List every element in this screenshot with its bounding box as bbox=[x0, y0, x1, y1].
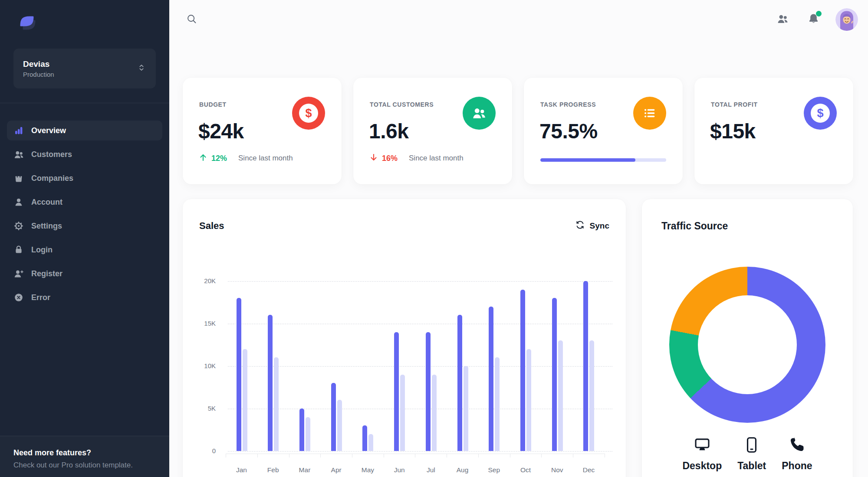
arrow-down-icon bbox=[369, 153, 378, 164]
x-axis-tick-label: Nov bbox=[542, 466, 573, 474]
sidebar-footer: Need more features? Check out our Pro so… bbox=[0, 436, 169, 477]
stat-value: 75.5% bbox=[539, 119, 598, 143]
sales-bar-this-year bbox=[489, 307, 493, 451]
x-axis-tick bbox=[541, 454, 542, 457]
sales-bar-this-year bbox=[237, 298, 241, 451]
sidebar-footer-heading: Need more features? bbox=[13, 448, 156, 457]
gridline bbox=[228, 281, 612, 282]
users-icon bbox=[13, 149, 24, 160]
sales-bar-last-year bbox=[306, 417, 310, 451]
donut-legend: Desktop Tablet Phone bbox=[642, 436, 853, 472]
search-button[interactable] bbox=[183, 10, 200, 29]
y-axis-tick-label: 10K bbox=[183, 362, 216, 369]
sales-bar-this-year bbox=[331, 383, 336, 451]
tablet-icon bbox=[743, 436, 761, 456]
workspace-selector[interactable]: Devias Production bbox=[13, 49, 156, 88]
x-axis-tick bbox=[226, 454, 226, 457]
stat-card-total-customers: TOTAL CUSTOMERS 1.6k 16% Since last mont… bbox=[353, 78, 512, 184]
sidebar-item-error[interactable]: Error bbox=[7, 288, 162, 307]
sales-bar-last-year bbox=[368, 434, 373, 451]
sales-bar-last-year bbox=[400, 375, 405, 451]
user-avatar[interactable] bbox=[835, 8, 858, 31]
stat-trend: 16% Since last month bbox=[369, 152, 464, 164]
legend-item-phone: Phone bbox=[782, 436, 812, 472]
sidebar-item-settings[interactable]: Settings bbox=[7, 216, 162, 236]
sidebar-nav: Overview Customers Companies bbox=[7, 121, 162, 311]
sales-bar-last-year bbox=[464, 366, 468, 451]
sidebar-item-customers[interactable]: Customers bbox=[7, 144, 162, 164]
user-plus-icon bbox=[13, 268, 24, 279]
y-axis-tick-label: 5K bbox=[183, 405, 216, 412]
sales-bar-last-year bbox=[337, 400, 342, 451]
y-axis-tick-label: 15K bbox=[183, 320, 216, 327]
stat-value: $15k bbox=[710, 119, 756, 143]
sales-chart-card: Sales Sync 20K15K10K5K0JanFebMarAprMayJu… bbox=[183, 199, 626, 477]
stat-label: TOTAL PROFIT bbox=[711, 101, 758, 108]
contacts-button[interactable] bbox=[774, 10, 792, 29]
x-axis-tick bbox=[384, 454, 384, 457]
sales-bar-last-year bbox=[558, 340, 563, 451]
notifications-button[interactable] bbox=[805, 10, 822, 29]
stat-value: $24k bbox=[198, 119, 244, 143]
trend-value: 12% bbox=[211, 154, 227, 163]
x-axis-tick bbox=[352, 454, 352, 457]
x-axis-tick-label: Jan bbox=[226, 466, 257, 474]
x-axis-tick bbox=[573, 454, 573, 457]
desktop-icon bbox=[693, 436, 711, 456]
traffic-donut-chart bbox=[669, 267, 825, 423]
legend-item-desktop: Desktop bbox=[682, 436, 722, 472]
y-axis-tick-label: 0 bbox=[183, 447, 216, 454]
sidebar-item-register[interactable]: Register bbox=[7, 264, 162, 284]
legend-item-tablet: Tablet bbox=[737, 436, 766, 472]
x-axis-tick-label: May bbox=[352, 466, 383, 474]
search-icon bbox=[186, 13, 197, 26]
list-bullets-icon bbox=[633, 97, 666, 130]
sidebar-item-companies[interactable]: Companies bbox=[7, 168, 162, 188]
sales-bar-this-year bbox=[426, 332, 431, 451]
x-axis-tick-label: Sep bbox=[478, 466, 510, 474]
sidebar-item-account[interactable]: Account bbox=[7, 192, 162, 212]
sales-bar-this-year bbox=[457, 315, 462, 451]
sidebar-item-login[interactable]: Login bbox=[7, 240, 162, 260]
sidebar-item-overview[interactable]: Overview bbox=[7, 121, 162, 140]
y-axis-tick-label: 20K bbox=[183, 277, 216, 284]
workspace-name: Devias bbox=[23, 59, 54, 70]
shopping-bag-icon bbox=[13, 173, 24, 184]
x-axis-tick-label: Apr bbox=[321, 466, 352, 474]
x-axis-tick bbox=[289, 454, 289, 457]
stat-card-total-profit: TOTAL PROFIT $15k $ bbox=[694, 78, 853, 184]
chevron-up-down-icon bbox=[137, 63, 146, 74]
sales-bar-last-year bbox=[495, 357, 500, 451]
sales-bar-this-year bbox=[268, 315, 273, 451]
x-axis-tick-label: Feb bbox=[257, 466, 289, 474]
task-progress-bar bbox=[540, 158, 666, 162]
sales-bar-last-year bbox=[243, 349, 247, 451]
topbar bbox=[169, 0, 868, 39]
trend-value: 16% bbox=[382, 154, 398, 163]
legend-label: Tablet bbox=[737, 460, 766, 472]
task-progress-bar-fill bbox=[540, 158, 635, 162]
stat-value: 1.6k bbox=[369, 119, 408, 143]
x-axis-tick-label: Jun bbox=[384, 466, 415, 474]
donut-hole bbox=[698, 295, 797, 394]
bar-chart-icon bbox=[13, 125, 24, 136]
sidebar: Devias Production Overview bbox=[0, 0, 169, 477]
sales-bar-this-year bbox=[552, 298, 557, 451]
gridline bbox=[228, 451, 612, 452]
sales-bar-this-year bbox=[583, 281, 588, 451]
sales-bar-last-year bbox=[432, 375, 437, 451]
x-axis-tick-label: Mar bbox=[289, 466, 320, 474]
stat-label: BUDGET bbox=[199, 101, 227, 108]
sales-bar-last-year bbox=[526, 349, 531, 451]
sales-bar-last-year bbox=[589, 340, 594, 451]
users-icon bbox=[463, 97, 496, 130]
sidebar-divider bbox=[0, 103, 169, 103]
x-axis-tick bbox=[257, 454, 258, 457]
stat-card-budget: BUDGET $24k $ 12% Since last month bbox=[183, 78, 342, 184]
lock-icon bbox=[13, 244, 24, 255]
workspace-environment: Production bbox=[23, 70, 54, 79]
devias-leaf-logo bbox=[17, 11, 40, 34]
x-axis-tick-label: Oct bbox=[510, 466, 541, 474]
traffic-source-card: Traffic Source Desktop Tablet bbox=[642, 199, 853, 477]
traffic-source-title: Traffic Source bbox=[661, 220, 728, 232]
